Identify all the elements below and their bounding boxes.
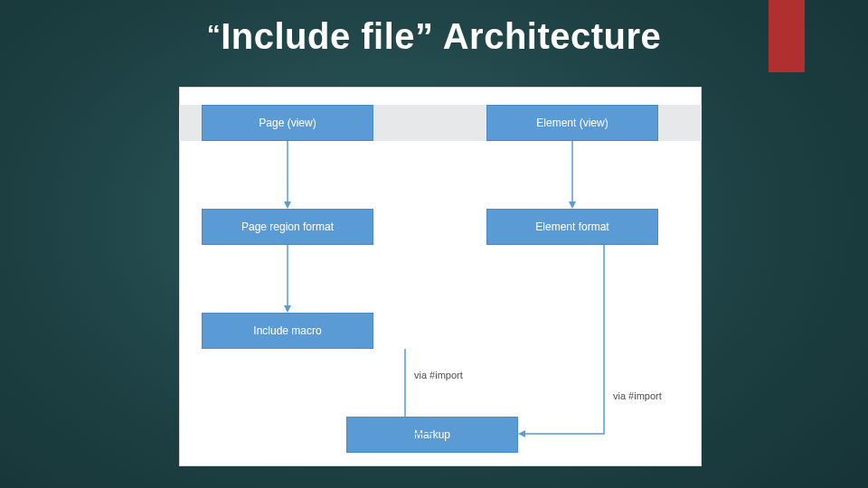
title-text: Include file” Architecture (221, 16, 661, 56)
svg-marker-5 (569, 202, 576, 209)
slide-title: “Include file” Architecture (0, 16, 868, 57)
node-include-macro: Include macro (202, 313, 373, 349)
diagram-frame: Page (view) Element (view) Page region f… (179, 87, 702, 466)
node-label: Include macro (253, 324, 321, 337)
edge-label-via-import-right: via #import (613, 390, 662, 401)
node-label: Element format (535, 221, 609, 233)
svg-marker-1 (284, 202, 291, 209)
svg-marker-3 (284, 305, 291, 313)
node-label: Element (view) (536, 117, 608, 129)
node-element-view: Element (view) (486, 105, 658, 141)
edge-label-via-import-left: via #import (414, 370, 463, 380)
node-label: Markup (414, 428, 450, 441)
node-label: Page region format (241, 221, 334, 233)
node-label: Page (view) (259, 117, 316, 129)
node-page-region-format: Page region format (202, 209, 373, 245)
diagram-connectors (179, 87, 702, 466)
svg-marker-6 (518, 430, 525, 437)
node-element-format: Element format (486, 209, 658, 245)
title-open-quote: “ (207, 19, 222, 49)
node-page-view: Page (view) (202, 105, 373, 141)
node-markup: Markup (346, 417, 518, 453)
